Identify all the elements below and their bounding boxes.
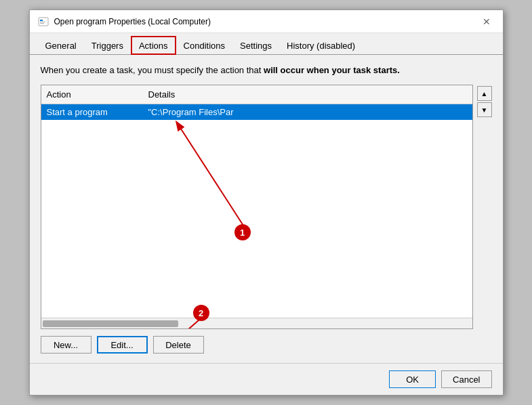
dialog-title: Open program Properties (Local Computer): [54, 17, 211, 26]
info-text: When you create a task, you must specify…: [41, 64, 492, 77]
table-wrapper: Action Details Start a program "C:\Progr…: [41, 85, 473, 329]
scroll-thumb[interactable]: [43, 320, 178, 327]
svg-rect-1: [40, 20, 43, 21]
actions-table[interactable]: Action Details Start a program "C:\Progr…: [41, 85, 473, 329]
edit-button[interactable]: Edit...: [97, 336, 148, 354]
svg-rect-2: [40, 22, 45, 22]
table-area: Action Details Start a program "C:\Progr…: [41, 85, 492, 329]
col-header-action: Action: [41, 88, 143, 101]
svg-rect-3: [40, 23, 44, 24]
tab-history[interactable]: History (disabled): [279, 36, 363, 55]
ok-button[interactable]: OK: [389, 370, 436, 388]
tab-triggers[interactable]: Triggers: [84, 36, 131, 55]
tab-settings[interactable]: Settings: [232, 36, 279, 55]
cancel-button[interactable]: Cancel: [441, 370, 491, 388]
table-body: Start a program "C:\Program Files\Par: [41, 104, 472, 318]
delete-button[interactable]: Delete: [153, 336, 204, 354]
vertical-scroll-buttons: ▲ ▼: [477, 85, 492, 329]
title-bar: Open program Properties (Local Computer)…: [30, 10, 503, 33]
title-bar-left: Open program Properties (Local Computer): [38, 16, 211, 27]
scroll-down-button[interactable]: ▼: [477, 102, 492, 117]
action-buttons: New... Edit... Delete: [41, 336, 492, 354]
cell-action: Start a program: [41, 106, 143, 119]
cell-details: "C:\Program Files\Par: [143, 106, 472, 119]
tab-conditions[interactable]: Conditions: [176, 36, 232, 55]
table-header: Action Details: [41, 85, 472, 104]
footer: OK Cancel: [30, 363, 503, 395]
close-button[interactable]: ✕: [478, 14, 495, 30]
table-row[interactable]: Start a program "C:\Program Files\Par: [41, 104, 472, 120]
scroll-up-button[interactable]: ▲: [477, 86, 492, 101]
new-button[interactable]: New...: [41, 336, 91, 354]
app-icon: [38, 16, 49, 27]
tab-bar: General Triggers Actions Conditions Sett…: [30, 33, 503, 55]
content-area: When you create a task, you must specify…: [30, 55, 503, 363]
horizontal-scrollbar[interactable]: [41, 318, 472, 328]
dialog-window: Open program Properties (Local Computer)…: [29, 9, 504, 396]
col-header-details: Details: [143, 88, 472, 101]
tab-actions[interactable]: Actions: [131, 36, 176, 55]
tab-general[interactable]: General: [38, 36, 84, 55]
